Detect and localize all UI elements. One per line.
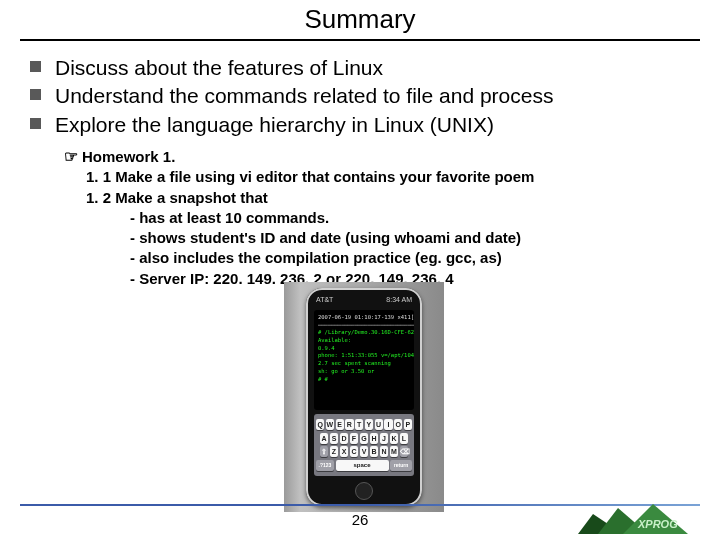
terminal-line: sh: go or 3.50 or	[318, 368, 410, 376]
homework-heading-text: Homework 1.	[82, 148, 175, 165]
space-key: space	[336, 460, 389, 471]
keyboard-key: H	[370, 433, 379, 444]
homework-subitem: - also includes the compilation practice…	[130, 248, 720, 268]
phone-keyboard: QWERTYUIOPASDFGHJKL⇧ZXCVBNM⌫.?123spacere…	[314, 414, 414, 476]
keyboard-key: G	[360, 433, 369, 444]
keyboard-key: V	[360, 446, 369, 457]
delete-key: ⌫	[400, 446, 409, 457]
bullet-square-icon	[30, 61, 41, 72]
keyboard-key: K	[390, 433, 399, 444]
keyboard-row: QWERTYUIOP	[316, 419, 412, 430]
bullet-item: Explore the language hierarchy in Linux …	[30, 112, 720, 138]
terminal-line: # /Library/Demo.30.16D-CFE-62A **	[318, 329, 410, 337]
keyboard-key: D	[340, 433, 349, 444]
phone-time: 8:34 AM	[386, 296, 412, 303]
terminal-line: ───────────────────────────────	[318, 322, 410, 330]
phone-body: AT&T 8:34 AM 2007-06-19 01:10:17-139 x41…	[306, 288, 422, 506]
keyboard-key: Y	[365, 419, 373, 430]
keyboard-key: Z	[330, 446, 339, 457]
keyboard-key: S	[330, 433, 339, 444]
keyboard-key: A	[320, 433, 329, 444]
keyboard-key: W	[326, 419, 334, 430]
home-button-icon	[355, 482, 373, 500]
pointing-hand-icon: ☞	[64, 148, 78, 165]
keyboard-key: J	[380, 433, 389, 444]
phone-carrier: AT&T	[316, 296, 333, 303]
bullet-square-icon	[30, 89, 41, 100]
bullet-list: Discuss about the features of Linux Unde…	[30, 55, 720, 138]
bullet-square-icon	[30, 118, 41, 129]
phone-image: AT&T 8:34 AM 2007-06-19 01:10:17-139 x41…	[284, 282, 444, 512]
phone-statusbar: AT&T 8:34 AM	[316, 296, 412, 303]
keyboard-key: I	[384, 419, 392, 430]
keyboard-key: B	[370, 446, 379, 457]
terminal-line: # #	[318, 376, 410, 384]
bullet-text: Explore the language hierarchy in Linux …	[55, 112, 494, 138]
keyboard-key: M	[390, 446, 399, 457]
keyboard-key: L	[400, 433, 409, 444]
keyboard-key: N	[380, 446, 389, 457]
keyboard-row: .?123spacereturn	[316, 460, 412, 471]
homework-subitem: - has at least 10 commands.	[130, 208, 720, 228]
terminal-line: 2007-06-19 01:10:17-139 x411[1] d11	[318, 314, 410, 322]
slide-title: Summary	[0, 4, 720, 35]
title-rule	[20, 39, 700, 41]
keyboard-key: X	[340, 446, 349, 457]
bullet-text: Understand the commands related to file …	[55, 83, 553, 109]
keyboard-key: P	[404, 419, 412, 430]
terminal-line: 2.7 sec spent scanning	[318, 360, 410, 368]
terminal-line: 0.9.4	[318, 345, 410, 353]
keyboard-key: Q	[316, 419, 324, 430]
keyboard-key: T	[355, 419, 363, 430]
homework-heading: ☞Homework 1.	[64, 146, 720, 168]
shift-key: ⇧	[320, 446, 329, 457]
bullet-item: Understand the commands related to file …	[30, 83, 720, 109]
keyboard-key: R	[345, 419, 353, 430]
keyboard-key: E	[336, 419, 344, 430]
keyboard-key: U	[375, 419, 383, 430]
bullet-item: Discuss about the features of Linux	[30, 55, 720, 81]
keyboard-key: F	[350, 433, 359, 444]
terminal-line: Available:	[318, 337, 410, 345]
numbers-key: .?123	[316, 460, 334, 471]
footer-logo: XPROG	[578, 504, 708, 534]
keyboard-key: C	[350, 446, 359, 457]
homework-item: 1. 2 Make a snapshot that	[86, 188, 720, 208]
homework-subitem: - shows student's ID and date (using who…	[130, 228, 720, 248]
keyboard-row: ⇧ZXCVBNM⌫	[316, 446, 412, 457]
bullet-text: Discuss about the features of Linux	[55, 55, 383, 81]
svg-text:XPROG: XPROG	[637, 518, 678, 530]
keyboard-row: ASDFGHJKL	[316, 433, 412, 444]
keyboard-key: O	[394, 419, 402, 430]
phone-terminal: 2007-06-19 01:10:17-139 x411[1] d11─────…	[314, 310, 414, 410]
return-key: return	[390, 460, 412, 471]
homework-block: ☞Homework 1. 1. 1 Make a file using vi e…	[64, 146, 720, 289]
homework-item: 1. 1 Make a file using vi editor that co…	[86, 167, 720, 187]
terminal-line: phone: 1:51:33:055 v=/apt/104.000	[318, 352, 410, 360]
